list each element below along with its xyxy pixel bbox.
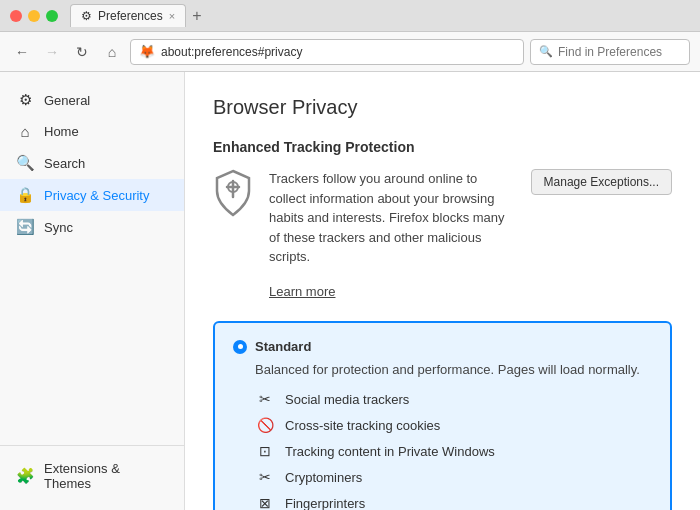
crosssite-tracker-icon: 🚫	[255, 417, 275, 433]
tracker-item-private: ⊡ Tracking content in Private Windows	[255, 443, 652, 459]
privacy-icon: 🔒	[16, 186, 34, 204]
tab-gear-icon: ⚙	[81, 9, 92, 23]
maximize-button[interactable]	[46, 10, 58, 22]
option-description: Balanced for protection and performance.…	[233, 362, 652, 377]
sidebar-item-sync[interactable]: 🔄 Sync	[0, 211, 184, 243]
tracker-item-fingerprinters: ⊠ Fingerprinters	[255, 495, 652, 510]
tracker-item-crosssite: 🚫 Cross-site tracking cookies	[255, 417, 652, 433]
find-in-preferences[interactable]: 🔍	[530, 39, 690, 65]
content-area: Browser Privacy Enhanced Tracking Protec…	[185, 72, 700, 510]
sidebar-label-home: Home	[44, 124, 79, 139]
home-icon: ⌂	[16, 123, 34, 140]
tracker-label-private: Tracking content in Private Windows	[285, 444, 495, 459]
navbar: ← → ↻ ⌂ 🦊 about:preferences#privacy 🔍	[0, 32, 700, 72]
section-title: Enhanced Tracking Protection	[213, 139, 672, 155]
find-input[interactable]	[558, 45, 681, 59]
tracker-item-social: ✂ Social media trackers	[255, 391, 652, 407]
minimize-button[interactable]	[28, 10, 40, 22]
close-button[interactable]	[10, 10, 22, 22]
search-icon: 🔍	[539, 45, 553, 58]
active-tab[interactable]: ⚙ Preferences ×	[70, 4, 186, 27]
sidebar-item-general[interactable]: ⚙ General	[0, 84, 184, 116]
sidebar-item-home[interactable]: ⌂ Home	[0, 116, 184, 147]
sidebar-item-search[interactable]: 🔍 Search	[0, 147, 184, 179]
home-button[interactable]: ⌂	[100, 40, 124, 64]
tracker-label-social: Social media trackers	[285, 392, 409, 407]
search-icon: 🔍	[16, 154, 34, 172]
shield-icon	[213, 169, 253, 217]
fingerprint-tracker-icon: ⊠	[255, 495, 275, 510]
crypto-tracker-icon: ✂	[255, 469, 275, 485]
general-icon: ⚙	[16, 91, 34, 109]
etp-text: Trackers follow you around online to col…	[269, 169, 515, 267]
sidebar-label-search: Search	[44, 156, 85, 171]
sidebar-item-extensions[interactable]: 🧩 Extensions & Themes	[0, 454, 184, 498]
sync-icon: 🔄	[16, 218, 34, 236]
manage-exceptions-button[interactable]: Manage Exceptions...	[531, 169, 672, 195]
titlebar: ⚙ Preferences × +	[0, 0, 700, 32]
traffic-lights	[10, 10, 58, 22]
main-content: ⚙ General ⌂ Home 🔍 Search 🔒 Privacy & Se…	[0, 72, 700, 510]
extensions-icon: 🧩	[16, 467, 34, 485]
sidebar-label-privacy: Privacy & Security	[44, 188, 149, 203]
tracker-label-fingerprinters: Fingerprinters	[285, 496, 365, 511]
address-bar[interactable]: 🦊 about:preferences#privacy	[130, 39, 524, 65]
firefox-icon: 🦊	[139, 44, 155, 59]
option-label: Standard	[255, 339, 311, 354]
sidebar-bottom: 🧩 Extensions & Themes	[0, 445, 184, 498]
sidebar-label-general: General	[44, 93, 90, 108]
new-tab-button[interactable]: +	[192, 7, 201, 25]
back-button[interactable]: ←	[10, 40, 34, 64]
tracker-item-cryptominers: ✂ Cryptominers	[255, 469, 652, 485]
sidebar-label-sync: Sync	[44, 220, 73, 235]
reload-button[interactable]: ↻	[70, 40, 94, 64]
address-text: about:preferences#privacy	[161, 45, 302, 59]
tracker-label-cryptominers: Cryptominers	[285, 470, 362, 485]
tab-bar: ⚙ Preferences × +	[70, 4, 690, 27]
private-tracker-icon: ⊡	[255, 443, 275, 459]
tracker-list: ✂ Social media trackers 🚫 Cross-site tra…	[233, 391, 652, 510]
standard-option-box: Standard Balanced for protection and per…	[213, 321, 672, 510]
option-header: Standard	[233, 339, 652, 354]
sidebar-item-privacy[interactable]: 🔒 Privacy & Security	[0, 179, 184, 211]
social-tracker-icon: ✂	[255, 391, 275, 407]
sidebar: ⚙ General ⌂ Home 🔍 Search 🔒 Privacy & Se…	[0, 72, 185, 510]
tracker-label-crosssite: Cross-site tracking cookies	[285, 418, 440, 433]
etp-description: Trackers follow you around online to col…	[213, 169, 672, 301]
forward-button[interactable]: →	[40, 40, 64, 64]
tab-close-icon[interactable]: ×	[169, 10, 175, 22]
page-title: Browser Privacy	[213, 96, 672, 119]
standard-radio[interactable]	[233, 340, 247, 354]
tab-title: Preferences	[98, 9, 163, 23]
sidebar-label-extensions: Extensions & Themes	[44, 461, 168, 491]
learn-more-link[interactable]: Learn more	[269, 284, 335, 299]
